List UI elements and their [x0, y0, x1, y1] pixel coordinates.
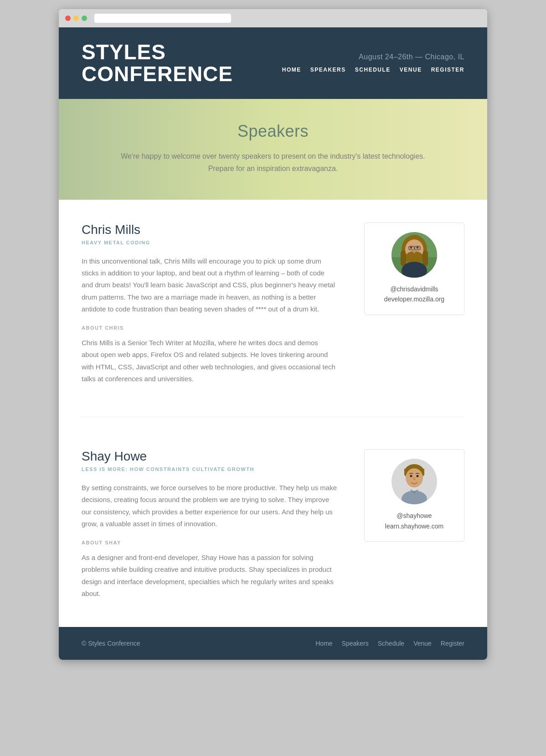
avatar-chris [391, 232, 437, 278]
site-header: STYLES CONFERENCE August 24–26th — Chica… [59, 27, 487, 99]
browser-dot-minimize[interactable] [73, 16, 79, 21]
speaker-section-shay: Shay Howe LESS IS MORE: HOW CONSTRAINTS … [82, 449, 464, 600]
browser-dot-close[interactable] [65, 16, 71, 21]
browser-window: STYLES CONFERENCE August 24–26th — Chica… [59, 9, 487, 660]
nav-register[interactable]: REGISTER [431, 67, 464, 73]
browser-dot-maximize[interactable] [82, 16, 87, 21]
about-label-shay: ABOUT SHAY [82, 540, 337, 545]
speaker-talk-shay: LESS IS MORE: HOW CONSTRAINTS CULTIVATE … [82, 466, 337, 472]
speaker-about-shay: As a designer and front-end developer, S… [82, 552, 337, 600]
svg-point-7 [417, 246, 419, 249]
main-content: Chris Mills HEAVY METAL CODING In this u… [59, 200, 487, 627]
footer-nav: Home Speakers Schedule Venue Register [315, 640, 464, 647]
header-right: August 24–26th — Chicago, IL HOME SPEAKE… [282, 53, 464, 73]
about-label-chris: ABOUT CHRIS [82, 325, 337, 331]
speaker-card-inner-chris: @chrisdavidmills developer.mozilla.org [364, 223, 464, 315]
footer-nav-register[interactable]: Register [441, 640, 464, 647]
hero-title: Speakers [82, 122, 464, 141]
svg-rect-3 [401, 250, 406, 266]
browser-chrome [59, 9, 487, 27]
speaker-info-chris: Chris Mills HEAVY METAL CODING In this u… [82, 223, 337, 385]
nav-schedule[interactable]: SCHEDULE [355, 67, 391, 73]
hero-banner: Speakers We're happy to welcome over twe… [59, 99, 487, 200]
footer-nav-home[interactable]: Home [315, 640, 332, 647]
site-footer: © Styles Conference Home Speakers Schedu… [59, 627, 487, 660]
speaker-card-chris: @chrisdavidmills developer.mozilla.org [364, 223, 464, 385]
footer-nav-schedule[interactable]: Schedule [378, 640, 404, 647]
header-date: August 24–26th — Chicago, IL [282, 53, 464, 61]
speaker-handle-shay: @shayhowe learn.shayhowe.com [385, 511, 443, 531]
footer-nav-venue[interactable]: Venue [413, 640, 432, 647]
speaker-card-shay: @shayhowe learn.shayhowe.com [364, 449, 464, 600]
nav-venue[interactable]: VENUE [400, 67, 422, 73]
nav-speakers[interactable]: SPEAKERS [310, 67, 346, 73]
svg-rect-4 [422, 250, 428, 266]
speaker-handle-chris: @chrisdavidmills developer.mozilla.org [384, 284, 444, 305]
svg-point-6 [410, 246, 412, 249]
speaker-bio-shay: By setting constraints, we force ourselv… [82, 482, 337, 530]
svg-point-12 [413, 249, 416, 253]
speaker-talk-chris: HEAVY METAL CODING [82, 240, 337, 245]
speaker-about-chris: Chris Mills is a Senior Tech Writer at M… [82, 337, 337, 385]
footer-copyright: © Styles Conference [82, 640, 140, 647]
speaker-name-chris: Chris Mills [82, 223, 337, 237]
footer-nav-speakers[interactable]: Speakers [342, 640, 369, 647]
speaker-info-shay: Shay Howe LESS IS MORE: HOW CONSTRAINTS … [82, 449, 337, 600]
browser-url-bar[interactable] [94, 14, 231, 23]
svg-point-20 [413, 477, 416, 481]
speaker-name-shay: Shay Howe [82, 449, 337, 464]
speaker-card-inner-shay: @shayhowe learn.shayhowe.com [364, 449, 464, 542]
site-title: STYLES CONFERENCE [82, 41, 233, 85]
header-nav: HOME SPEAKERS SCHEDULE VENUE REGISTER [282, 67, 464, 73]
svg-point-19 [417, 475, 419, 477]
hero-subtitle: We're happy to welcome over twenty speak… [113, 150, 433, 175]
speaker-bio-chris: In this unconventional talk, Chris Mills… [82, 255, 337, 315]
nav-home[interactable]: HOME [282, 67, 301, 73]
avatar-shay [391, 459, 437, 504]
svg-point-18 [410, 475, 412, 477]
speaker-section-chris: Chris Mills HEAVY METAL CODING In this u… [82, 223, 464, 417]
